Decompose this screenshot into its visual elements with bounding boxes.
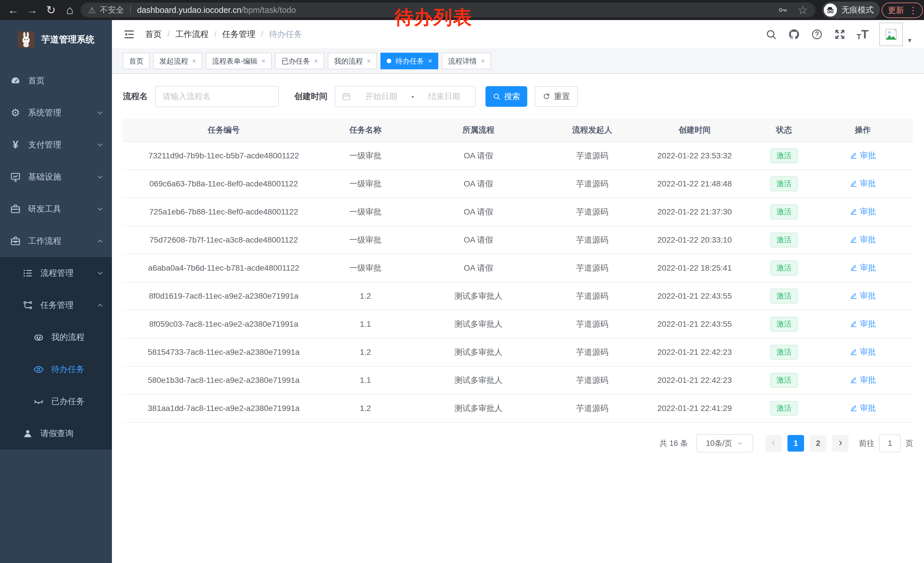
sidebar-item-dev-tools[interactable]: 研发工具: [0, 193, 112, 225]
sidebar-item-payment[interactable]: ¥ 支付管理: [0, 129, 112, 161]
sidebar-collapse-icon[interactable]: [123, 28, 135, 41]
browser-forward-icon[interactable]: →: [24, 0, 40, 20]
table-row: a6aba0a4-7b6d-11ec-b781-acde48001122 一级审…: [123, 254, 913, 282]
page-size-select[interactable]: 10条/页: [696, 434, 753, 452]
approve-link[interactable]: 审批: [850, 375, 876, 386]
search-icon[interactable]: [765, 29, 777, 41]
page-suffix-label: 页: [905, 438, 913, 449]
sidebar-item-task-management[interactable]: 任务管理: [0, 289, 112, 321]
not-secure-label: 不安全: [100, 5, 124, 15]
sidebar-item-workflow[interactable]: 工作流程: [0, 225, 112, 257]
annotation-text: 待办列表: [394, 5, 472, 30]
github-icon[interactable]: [788, 29, 800, 41]
sidebar-item-home[interactable]: 首页: [0, 65, 112, 97]
close-icon[interactable]: ×: [428, 57, 432, 65]
sidebar-item-leave-query[interactable]: 请假查询: [0, 417, 112, 450]
browser-reload-icon[interactable]: ↻: [43, 0, 59, 20]
workflow-submenu: 流程管理 任务管理 我的流程: [0, 257, 112, 450]
tab-todo-tasks[interactable]: 待办任务×: [380, 53, 438, 69]
breadcrumb-home[interactable]: 首页: [145, 29, 162, 40]
approve-link[interactable]: 审批: [850, 290, 876, 301]
approve-link[interactable]: 审批: [850, 178, 876, 189]
page-button-1[interactable]: 1: [788, 435, 804, 452]
table-row: 58154733-7ac8-11ec-a9e2-a2380e71991a 1.2…: [123, 338, 913, 366]
tab-start-process[interactable]: 发起流程×: [153, 53, 202, 69]
approve-link[interactable]: 审批: [850, 347, 876, 357]
cell-starter: 芋道源码: [551, 142, 634, 170]
reset-button[interactable]: 重置: [535, 86, 578, 107]
pagination: 共 16 条 10条/页 ‹ 1 2 › 前往 页: [123, 434, 913, 452]
search-button[interactable]: 搜索: [486, 86, 527, 107]
tab-home[interactable]: 首页: [123, 53, 150, 69]
cell-create-time: 2022-01-22 21:48:48: [634, 170, 755, 198]
caret-down-icon: ▼: [907, 37, 912, 46]
password-key-icon[interactable]: [777, 5, 788, 15]
approve-link[interactable]: 审批: [850, 262, 876, 273]
tab-done-tasks[interactable]: 已办任务×: [275, 53, 324, 69]
next-page-button[interactable]: ›: [832, 435, 849, 452]
cell-create-time: 2022-01-22 20:33:10: [634, 226, 755, 254]
tab-my-process[interactable]: 我的流程×: [328, 53, 377, 69]
approve-link[interactable]: 审批: [850, 150, 876, 161]
url-host: dashboard.yudao.iocoder.cn: [137, 6, 241, 15]
prev-page-button[interactable]: ‹: [765, 435, 782, 452]
content: 流程名 创建时间 开始日期 - 结束日期 搜索: [112, 74, 924, 563]
help-icon[interactable]: [811, 29, 823, 41]
browser-menu-icon[interactable]: ⋮: [909, 6, 918, 15]
cell-process: OA 请假: [406, 170, 551, 198]
process-name-label: 流程名: [123, 91, 148, 102]
sidebar-item-process-management[interactable]: 流程管理: [0, 257, 112, 289]
sidebar-item-label: 任务管理: [40, 300, 74, 311]
bookmark-star-icon[interactable]: ☆: [798, 4, 808, 16]
cell-task-name: 1.2: [325, 338, 406, 366]
user-menu[interactable]: ▼: [879, 23, 912, 46]
approve-link[interactable]: 审批: [850, 206, 876, 217]
close-icon[interactable]: ×: [367, 57, 371, 65]
font-size-icon[interactable]: TT: [857, 29, 869, 41]
cell-create-time: 2022-01-21 22:43:55: [634, 282, 755, 310]
sidebar-item-system[interactable]: ⚙ 系统管理: [0, 97, 112, 129]
table-row: 381aa1dd-7ac8-11ec-a9e2-a2380e71991a 1.2…: [123, 394, 913, 422]
cell-starter: 芋道源码: [551, 282, 634, 310]
close-icon[interactable]: ×: [261, 57, 266, 65]
approve-link[interactable]: 审批: [850, 234, 876, 245]
incognito-icon: [824, 3, 837, 17]
date-range-picker[interactable]: 开始日期 - 结束日期: [335, 86, 476, 107]
browser-back-icon[interactable]: ←: [5, 0, 21, 20]
process-name-input[interactable]: [155, 86, 279, 107]
avatar[interactable]: [879, 23, 903, 46]
cell-task-name: 1.1: [325, 366, 406, 394]
main-panel: 首页 / 工作流程 / 任务管理 / 待办任务: [112, 20, 924, 563]
close-icon[interactable]: ×: [314, 57, 318, 65]
close-icon[interactable]: ×: [192, 57, 196, 65]
approve-link[interactable]: 审批: [850, 318, 876, 329]
breadcrumb-task-management[interactable]: 任务管理: [222, 29, 255, 40]
yen-icon: ¥: [9, 140, 22, 150]
col-task-name: 任务名称: [325, 119, 406, 142]
cell-create-time: 2022-01-21 22:43:55: [634, 310, 755, 338]
approve-link[interactable]: 审批: [850, 402, 876, 413]
tab-process-detail[interactable]: 流程详情×: [442, 53, 491, 69]
breadcrumb-workflow[interactable]: 工作流程: [176, 29, 208, 40]
sidebar-item-label: 待办任务: [51, 364, 84, 375]
table-row: 725a1eb6-7b88-11ec-8ef0-acde48001122 一级审…: [123, 198, 913, 226]
sidebar-item-infrastructure[interactable]: 基础设施: [0, 161, 112, 193]
end-date-placeholder: 结束日期: [420, 91, 469, 102]
fullscreen-icon[interactable]: [834, 29, 846, 41]
sidebar-logo[interactable]: 芋道管理系统: [0, 20, 112, 54]
browser-menu-update-button[interactable]: 更新 ⋮: [882, 3, 923, 18]
sidebar-item-todo-tasks[interactable]: 待办任务: [0, 353, 112, 386]
cell-task-id: 8f0d1619-7ac8-11ec-a9e2-a2380e71991a: [123, 282, 325, 310]
page-button-2[interactable]: 2: [810, 435, 826, 452]
browser-home-icon[interactable]: ⌂: [62, 0, 78, 20]
tab-process-form-edit[interactable]: 流程表单-编辑×: [206, 53, 272, 69]
cell-process: 测试多审批人: [406, 394, 551, 422]
status-badge: 激活: [770, 373, 798, 387]
goto-page-input[interactable]: [879, 434, 901, 452]
sidebar-item-my-process[interactable]: 我的流程: [0, 321, 112, 353]
cell-create-time: 2022-01-21 22:42:23: [634, 338, 755, 366]
cell-task-id: a6aba0a4-7b6d-11ec-b781-acde48001122: [123, 254, 325, 282]
sidebar-item-done-tasks[interactable]: 已办任务: [0, 386, 112, 417]
table-row: 580e1b3d-7ac8-11ec-a9e2-a2380e71991a 1.1…: [123, 366, 913, 394]
close-icon[interactable]: ×: [481, 57, 484, 65]
